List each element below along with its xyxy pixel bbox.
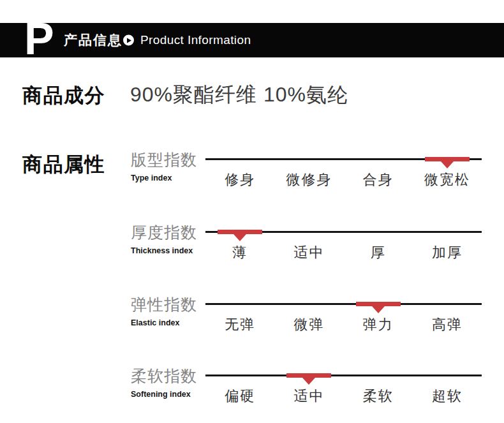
selected-marker [218, 230, 262, 234]
scale-option: 微宽松 [413, 170, 482, 189]
marker-triangle-icon [302, 378, 315, 385]
play-triangle-icon [127, 38, 131, 43]
attribute-label: 弹性指数 Elastic index [131, 295, 205, 327]
scale-option: 修身 [205, 170, 274, 189]
header-title-zh: 产品信息 [64, 31, 122, 49]
attribute-label: 厚度指数 Thickness index [131, 223, 205, 255]
attribute-name-en: Thickness index [131, 246, 205, 255]
header-banner: P 产品信息 Product Information [0, 23, 504, 57]
marker-triangle-icon [441, 161, 454, 168]
scale-option: 超软 [413, 387, 482, 406]
attribute-name-zh: 版型指数 [131, 150, 205, 169]
scale-option: 合身 [344, 170, 413, 189]
brand-letter-p: P [24, 17, 54, 61]
scale-option: 加厚 [413, 243, 482, 262]
scale-option: 微修身 [274, 170, 343, 189]
attribute-name-zh: 厚度指数 [131, 223, 205, 242]
header-title-en: Product Information [140, 33, 251, 47]
scale-option: 薄 [205, 243, 274, 262]
composition-label: 商品成分 [22, 82, 105, 109]
scale-options: 修身微修身合身微宽松 [205, 170, 482, 189]
play-circle-icon [123, 35, 134, 46]
selected-marker [356, 302, 401, 306]
scale-option: 弹力 [344, 315, 413, 334]
attribute-name-zh: 柔软指数 [131, 366, 205, 385]
scale-options: 偏硬适中柔软超软 [205, 387, 482, 406]
marker-triangle-icon [372, 306, 385, 313]
scale-option: 柔软 [344, 387, 413, 406]
scale-option: 微弹 [274, 315, 343, 334]
scale-option: 厚 [344, 243, 413, 262]
scale-option: 无弹 [205, 315, 274, 334]
attribute-name-en: Elastic index [131, 318, 205, 327]
scale-line [205, 303, 482, 305]
attribute-name-en: Softening index [131, 390, 205, 399]
attribute-name-en: Type index [131, 174, 205, 182]
selected-marker [425, 157, 470, 161]
attribute-label: 柔软指数 Softening index [131, 366, 205, 399]
attribute-name-zh: 弹性指数 [131, 295, 205, 314]
scale-line [205, 375, 482, 376]
scale-options: 薄适中厚加厚 [205, 243, 482, 262]
product-info-page: P 产品信息 Product Information 商品成分 90%聚酯纤维 … [0, 0, 504, 423]
scale-option: 偏硬 [205, 387, 274, 406]
selected-marker [286, 373, 331, 378]
composition-value: 90%聚酯纤维 10%氨纶 [130, 81, 348, 109]
attributes-label: 商品属性 [22, 151, 105, 178]
attribute-label: 版型指数 Type index [131, 150, 205, 182]
marker-triangle-icon [233, 234, 246, 241]
scale-options: 无弹微弹弹力高弹 [205, 315, 482, 334]
scale-option: 适中 [274, 387, 343, 406]
scale-option: 适中 [274, 243, 343, 262]
scale-option: 高弹 [413, 315, 482, 334]
